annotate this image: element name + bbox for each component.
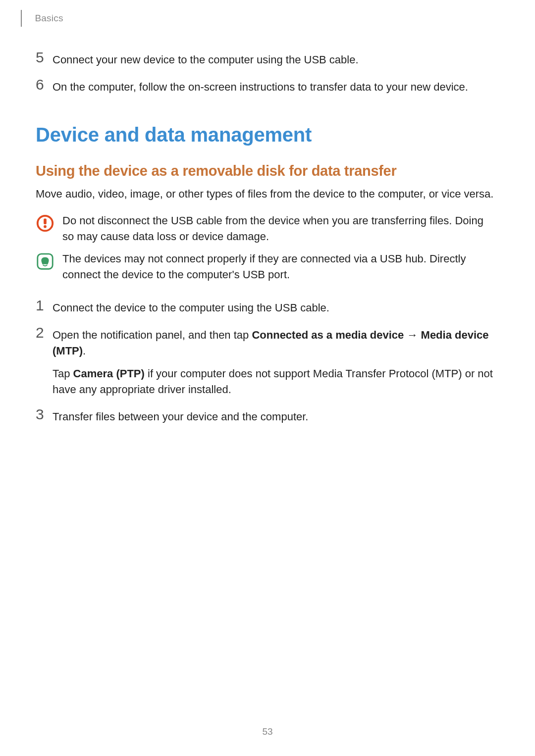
svg-point-2 — [44, 225, 47, 228]
step-2-sub: Tap Camera (PTP) if your computer does n… — [53, 366, 496, 398]
step-number: 3 — [36, 406, 53, 422]
step-2-post: . — [83, 345, 86, 357]
step-text: On the computer, follow the on-screen in… — [53, 77, 496, 95]
step-1: 1 Connect the device to the computer usi… — [36, 298, 496, 316]
step-number: 5 — [36, 50, 53, 65]
step-text: Connect the device to the computer using… — [53, 298, 496, 316]
step-number: 2 — [36, 325, 53, 341]
subsection-heading: Using the device as a removable disk for… — [36, 163, 496, 179]
step-3: 3 Transfer files between your device and… — [36, 406, 496, 425]
step-6: 6 On the computer, follow the on-screen … — [36, 77, 496, 95]
note-icon — [36, 252, 54, 271]
intro-paragraph: Move audio, video, image, or other types… — [36, 186, 496, 202]
step-text: Open the notification panel, and then ta… — [53, 325, 496, 398]
page-number: 53 — [0, 726, 535, 737]
step-2: 2 Open the notification panel, and then … — [36, 325, 496, 398]
step-text: Connect your new device to the computer … — [53, 50, 496, 68]
page-content: 5 Connect your new device to the compute… — [36, 50, 496, 434]
step-2-arrow: → — [404, 329, 421, 341]
header-section-label: Basics — [35, 13, 63, 23]
page-header: Basics — [21, 10, 63, 27]
step-number: 6 — [36, 77, 53, 93]
note-text: The devices may not connect properly if … — [62, 251, 496, 283]
svg-rect-1 — [44, 218, 47, 224]
step-2-bold-1: Connected as a media device — [252, 329, 404, 341]
warning-text: Do not disconnect the USB cable from the… — [62, 213, 496, 245]
header-rule — [21, 10, 22, 27]
warning-callout: Do not disconnect the USB cable from the… — [36, 213, 496, 245]
step-number: 1 — [36, 298, 53, 313]
step-text: Transfer files between your device and t… — [53, 406, 496, 425]
step-2-sub-pre: Tap — [53, 367, 73, 380]
step-5: 5 Connect your new device to the compute… — [36, 50, 496, 68]
step-2-pre: Open the notification panel, and then ta… — [53, 329, 252, 341]
step-2-sub-bold: Camera (PTP) — [73, 367, 145, 380]
section-heading: Device and data management — [36, 124, 496, 146]
note-callout: The devices may not connect properly if … — [36, 251, 496, 283]
warning-icon — [36, 214, 54, 233]
